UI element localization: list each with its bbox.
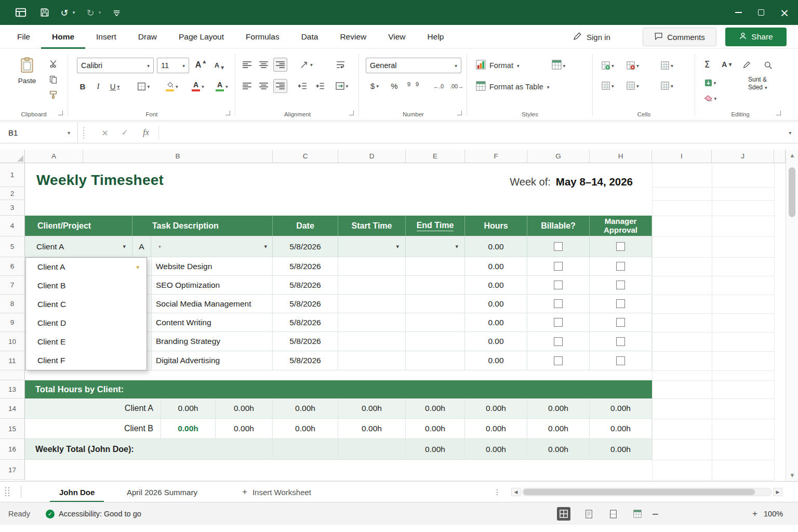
header-end-time[interactable]: End Time	[406, 216, 465, 236]
total-value-cell[interactable]: 0.00h	[273, 419, 338, 438]
app-menu-icon[interactable]	[12, 0, 29, 25]
billable-checkbox[interactable]	[554, 356, 563, 365]
format-cells-button[interactable]: ▾	[654, 59, 681, 72]
total-value-cell[interactable]: 0.00h	[527, 419, 590, 438]
week-of-cells[interactable]: Week of: May 8–14, 2026	[416, 171, 633, 192]
column-header-c[interactable]: C	[273, 150, 338, 163]
align-right-button[interactable]	[273, 79, 287, 93]
hours-cell[interactable]: 0.00	[465, 236, 527, 257]
scroll-down-icon[interactable]: ▼	[786, 473, 798, 478]
insert-worksheet-button[interactable]: + Insert Worksheet	[233, 482, 321, 502]
approval-checkbox[interactable]	[616, 337, 625, 346]
editing-dialog-launcher[interactable]	[776, 111, 781, 115]
bold-button[interactable]: B	[76, 79, 89, 94]
approval-checkbox[interactable]	[616, 299, 625, 308]
task-cell[interactable]: Branding Strategy	[152, 332, 273, 351]
custom-view-button[interactable]	[631, 507, 644, 521]
page-break-view-button[interactable]	[606, 507, 620, 521]
row-header-9[interactable]: 9	[0, 313, 25, 332]
comma-style-icon-2[interactable]: 9	[414, 77, 421, 91]
date-cell[interactable]: 5/8/2026	[273, 351, 338, 370]
billable-checkbox[interactable]	[554, 242, 563, 251]
vertical-scroll-thumb[interactable]	[789, 167, 795, 217]
date-cell[interactable]: 5/8/2026	[273, 276, 338, 294]
align-left-button[interactable]	[240, 79, 254, 93]
row-header-6[interactable]: 6	[0, 257, 25, 276]
total-value-cell[interactable]: 0.00h	[465, 419, 527, 438]
total-label-cell[interactable]: Client A	[25, 398, 161, 418]
task-dropdown-arrow-icon[interactable]: ▾	[264, 243, 267, 250]
fill-button[interactable]: ▾	[700, 76, 720, 89]
sort-az-button[interactable]: A▼	[719, 57, 735, 72]
approval-checkbox[interactable]	[616, 356, 625, 365]
row-header-16[interactable]: 16	[0, 439, 25, 460]
vertical-scrollbar[interactable]: ▲ ▼	[786, 150, 798, 481]
dropdown-option-client-c[interactable]: Client C	[26, 295, 147, 314]
accounting-format-button[interactable]: $▾	[366, 79, 383, 93]
totals-banner-cell[interactable]: Total Hours by Client:	[25, 380, 652, 398]
highlight-color-button[interactable]: A ▾	[212, 78, 232, 95]
scroll-right-button[interactable]: ▶	[773, 488, 782, 496]
bottom-align-button[interactable]	[273, 58, 287, 72]
maximize-button[interactable]	[753, 0, 769, 25]
paste-button[interactable]: Paste	[11, 57, 43, 85]
header-billable[interactable]: Billable?	[527, 216, 590, 236]
tab-file[interactable]: File	[6, 25, 41, 49]
total-value-cell-selected[interactable]: 0.00h	[161, 419, 216, 438]
header-date[interactable]: Date	[273, 216, 338, 236]
sheet-title-cell[interactable]: Weekly Timesheet	[36, 169, 164, 192]
row-header-10[interactable]: 10	[0, 332, 25, 351]
billable-checkbox[interactable]	[554, 299, 563, 308]
tab-page-layout[interactable]: Page Layout	[168, 25, 235, 49]
undo-caret-icon[interactable]: ▾	[71, 0, 77, 25]
column-header-d[interactable]: D	[338, 150, 406, 163]
hours-cell[interactable]: 0.00	[465, 276, 527, 294]
percent-style-button[interactable]: %	[388, 79, 401, 93]
row-header-17[interactable]: 17	[0, 460, 25, 480]
shrink-font-button[interactable]: A▼	[212, 58, 227, 72]
row-header-14[interactable]: 14	[0, 398, 25, 419]
sheet-tab-john-doe[interactable]: John Doe	[50, 482, 104, 502]
total-value-cell[interactable]: 0.00h	[527, 398, 590, 418]
tab-insert[interactable]: Insert	[85, 25, 127, 49]
small-dropdown-arrow-icon[interactable]: ▾	[158, 244, 161, 249]
approval-checkbox[interactable]	[616, 281, 625, 289]
total-value-cell[interactable]: 0.00h	[590, 419, 652, 438]
task-select-cell[interactable]: ▾ ▾	[151, 236, 273, 257]
total-value-cell[interactable]: 0.00h	[273, 398, 338, 418]
sign-in-button[interactable]: Sign in	[573, 25, 610, 49]
font-size-select[interactable]: 11▾	[157, 58, 189, 73]
save-icon[interactable]	[36, 0, 53, 25]
accessibility-status[interactable]: ✓ Accessibility: Good to go	[46, 502, 141, 525]
hours-cell[interactable]: 0.00	[465, 351, 527, 370]
select-all-corner[interactable]	[0, 150, 25, 163]
task-cell[interactable]: Social Media Management	[152, 295, 273, 313]
total-value-cell[interactable]: 0.00h	[406, 419, 465, 438]
customize-toolbar-icon[interactable]	[109, 0, 124, 25]
cell-styles-button[interactable]: ▾	[547, 58, 570, 73]
conditional-formatting-button[interactable]: Format▾	[476, 58, 539, 73]
billable-checkbox[interactable]	[554, 337, 563, 346]
row-header-8[interactable]: 8	[0, 295, 25, 313]
row-header-7[interactable]: 7	[0, 276, 25, 295]
middle-align-button[interactable]	[257, 58, 271, 72]
tab-formulas[interactable]: Formulas	[235, 25, 290, 49]
date-cell[interactable]: 5/8/2026	[273, 332, 338, 351]
scroll-left-button[interactable]: ◀	[511, 488, 521, 496]
total-value-cell[interactable]: 0.00h	[590, 398, 652, 418]
fill-color-button[interactable]: ▾	[162, 78, 182, 95]
font-family-select[interactable]: Calibri▾	[77, 58, 154, 73]
page-layout-view-button[interactable]	[582, 507, 595, 521]
formula-input[interactable]	[159, 122, 782, 143]
decrease-decimal-button[interactable]: .00→	[448, 79, 466, 93]
expand-formula-bar-icon[interactable]: ▾	[782, 122, 798, 143]
clipboard-dialog-launcher[interactable]	[58, 111, 63, 115]
column-header-g[interactable]: G	[527, 150, 590, 163]
redo-button[interactable]: ↻	[84, 0, 97, 25]
task-cell[interactable]: Digital Advertising	[152, 351, 273, 370]
row-header-13[interactable]: 13	[0, 380, 25, 398]
scroll-up-icon[interactable]: ▲	[786, 153, 798, 158]
end-time-select-cell[interactable]: ▾	[406, 236, 465, 257]
row-header-5[interactable]: 5	[0, 236, 25, 257]
hours-cell[interactable]: 0.00	[465, 313, 527, 331]
